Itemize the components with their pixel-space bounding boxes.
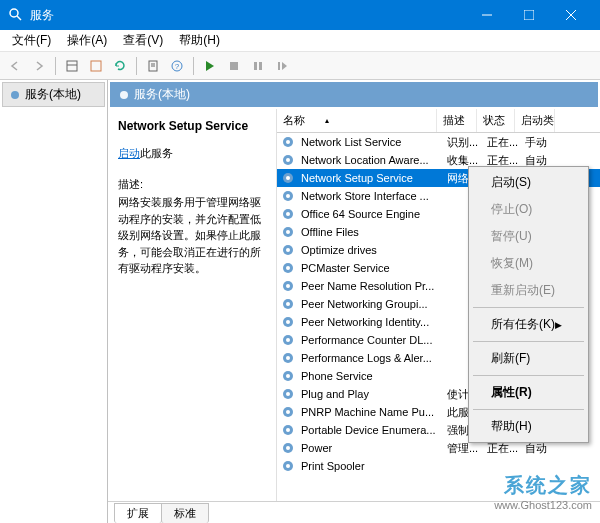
cell-name: Network List Service xyxy=(297,135,443,149)
menu-help[interactable]: 帮助(H) xyxy=(171,30,228,51)
context-separator xyxy=(473,341,584,342)
toolbar-btn-properties[interactable] xyxy=(142,55,164,77)
main-header-label: 服务(本地) xyxy=(134,86,190,103)
cell-name: Performance Logs & Aler... xyxy=(297,351,443,365)
service-icon xyxy=(281,207,295,221)
svg-point-33 xyxy=(286,248,290,252)
svg-point-27 xyxy=(286,194,290,198)
service-icon xyxy=(281,189,295,203)
context-item[interactable]: 所有任务(K)▶ xyxy=(471,311,586,338)
gear-icon xyxy=(9,89,21,101)
cell-name: Phone Service xyxy=(297,369,443,383)
detail-action: 启动此服务 xyxy=(118,145,266,162)
menu-view[interactable]: 查看(V) xyxy=(115,30,171,51)
service-icon xyxy=(281,333,295,347)
cell-name: Office 64 Source Engine xyxy=(297,207,443,221)
svg-text:?: ? xyxy=(175,62,180,71)
svg-point-18 xyxy=(11,91,19,99)
cell-name: Optimize drives xyxy=(297,243,443,257)
stop-button[interactable] xyxy=(223,55,245,77)
detail-desc: 网络安装服务用于管理网络驱动程序的安装，并允许配置低级别网络设置。如果停止此服务… xyxy=(118,194,266,277)
toolbar-btn-help[interactable]: ? xyxy=(166,55,188,77)
service-icon xyxy=(281,261,295,275)
restart-button[interactable] xyxy=(271,55,293,77)
toolbar-btn-1[interactable] xyxy=(61,55,83,77)
minimize-button[interactable] xyxy=(466,0,508,30)
cell-name: PCMaster Service xyxy=(297,261,443,275)
svg-point-23 xyxy=(286,158,290,162)
svg-point-57 xyxy=(286,464,290,468)
context-separator xyxy=(473,409,584,410)
service-icon xyxy=(281,423,295,437)
toolbar-btn-refresh[interactable] xyxy=(109,55,131,77)
context-item: 重新启动(E) xyxy=(471,277,586,304)
nav-root-item[interactable]: 服务(本地) xyxy=(2,82,105,107)
svg-rect-6 xyxy=(67,61,77,71)
pause-button[interactable] xyxy=(247,55,269,77)
tab-standard[interactable]: 标准 xyxy=(161,503,209,523)
tab-extended[interactable]: 扩展 xyxy=(114,503,162,523)
svg-point-53 xyxy=(286,428,290,432)
cell-start: 手动 xyxy=(521,134,561,151)
context-item[interactable]: 刷新(F) xyxy=(471,345,586,372)
context-item[interactable]: 属性(R) xyxy=(471,379,586,406)
context-item[interactable]: 帮助(H) xyxy=(471,413,586,440)
svg-point-31 xyxy=(286,230,290,234)
menu-action[interactable]: 操作(A) xyxy=(59,30,115,51)
service-icon xyxy=(281,459,295,473)
forward-button[interactable] xyxy=(28,55,50,77)
svg-point-41 xyxy=(286,320,290,324)
svg-point-25 xyxy=(286,176,290,180)
context-item[interactable]: 启动(S) xyxy=(471,169,586,196)
detail-desc-label: 描述: xyxy=(118,176,266,193)
cell-status: 正在... xyxy=(483,134,521,151)
svg-rect-16 xyxy=(259,62,262,70)
svg-point-39 xyxy=(286,302,290,306)
cell-desc xyxy=(443,465,483,467)
start-service-link[interactable]: 启动 xyxy=(118,147,140,159)
gear-icon xyxy=(118,89,130,101)
cell-name: Network Setup Service xyxy=(297,171,443,185)
column-start[interactable]: 启动类 xyxy=(515,109,555,132)
toolbar-separator xyxy=(136,57,137,75)
service-icon xyxy=(281,225,295,239)
maximize-button[interactable] xyxy=(508,0,550,30)
column-status[interactable]: 状态 xyxy=(477,109,515,132)
main-header: 服务(本地) xyxy=(110,82,598,107)
close-button[interactable] xyxy=(550,0,592,30)
back-button[interactable] xyxy=(4,55,26,77)
svg-point-43 xyxy=(286,338,290,342)
cell-name: PNRP Machine Name Pu... xyxy=(297,405,443,419)
column-name[interactable]: 名称▴ xyxy=(277,109,437,132)
svg-point-0 xyxy=(10,9,18,17)
cell-name: Peer Networking Identity... xyxy=(297,315,443,329)
cell-name: Network Store Interface ... xyxy=(297,189,443,203)
context-item: 停止(O) xyxy=(471,196,586,223)
svg-line-1 xyxy=(17,16,21,20)
menubar: 文件(F) 操作(A) 查看(V) 帮助(H) xyxy=(0,30,600,52)
list-header: 名称▴ 描述 状态 启动类 xyxy=(277,109,600,133)
context-item: 暂停(U) xyxy=(471,223,586,250)
detail-title: Network Setup Service xyxy=(118,117,266,135)
svg-point-47 xyxy=(286,374,290,378)
cell-name: Performance Counter DL... xyxy=(297,333,443,347)
detail-pane: Network Setup Service 启动此服务 描述: 网络安装服务用于… xyxy=(108,109,276,501)
svg-point-45 xyxy=(286,356,290,360)
svg-point-21 xyxy=(286,140,290,144)
svg-rect-15 xyxy=(254,62,257,70)
toolbar-btn-2[interactable] xyxy=(85,55,107,77)
menu-file[interactable]: 文件(F) xyxy=(4,30,59,51)
context-separator xyxy=(473,375,584,376)
table-row[interactable]: Print Spooler xyxy=(277,457,600,475)
cell-desc: 识别... xyxy=(443,134,483,151)
svg-rect-17 xyxy=(278,62,280,70)
column-desc[interactable]: 描述 xyxy=(437,109,477,132)
cell-name: Portable Device Enumera... xyxy=(297,423,443,437)
table-row[interactable]: Network List Service识别...正在...手动 xyxy=(277,133,600,151)
service-icon xyxy=(281,387,295,401)
service-icon xyxy=(281,315,295,329)
app-icon xyxy=(8,7,24,23)
start-button[interactable] xyxy=(199,55,221,77)
service-icon xyxy=(281,369,295,383)
svg-rect-8 xyxy=(91,61,101,71)
